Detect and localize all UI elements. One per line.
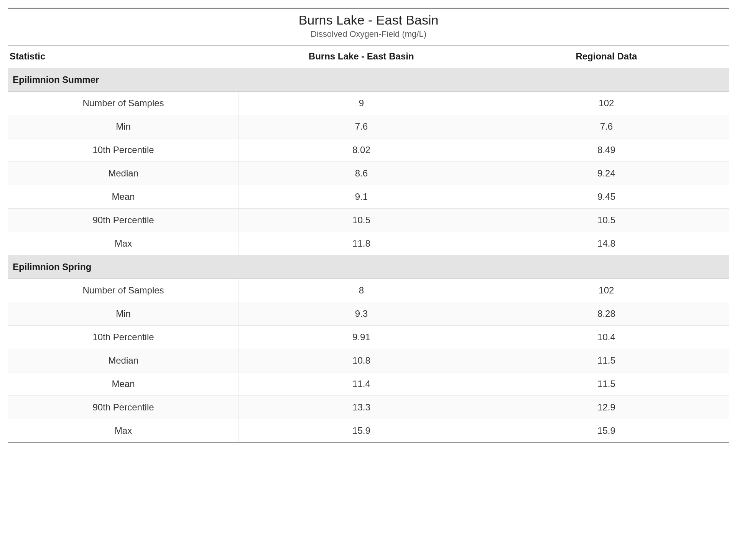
stat-name-cell: Mean [8,185,239,209]
regional-value-cell: 9.24 [484,162,729,185]
section-header-label: Epilimnion Summer [8,68,729,92]
table-row: Median10.811.5 [8,349,729,372]
regional-value-cell: 12.9 [484,396,729,419]
regional-value-cell: 10.5 [484,209,729,232]
table-row: Number of Samples9102 [8,92,729,115]
regional-value-cell: 14.8 [484,232,729,255]
site-value-cell: 9.3 [239,302,484,326]
section-header: Epilimnion Spring [8,255,729,279]
stat-name-cell: Min [8,302,239,326]
table-row: Max15.915.9 [8,419,729,443]
stat-name-cell: Number of Samples [8,279,239,302]
regional-value-cell: 8.28 [484,302,729,326]
table-row: 90th Percentile13.312.9 [8,396,729,419]
regional-value-cell: 102 [484,92,729,115]
column-header-row: Statistic Burns Lake - East Basin Region… [8,46,729,68]
stat-name-cell: Max [8,419,239,443]
table-row: Max11.814.8 [8,232,729,255]
regional-value-cell: 10.4 [484,326,729,349]
section-header: Epilimnion Summer [8,68,729,92]
stats-table: Statistic Burns Lake - East Basin Region… [8,46,729,443]
site-value-cell: 8.6 [239,162,484,185]
site-value-cell: 9.91 [239,326,484,349]
regional-value-cell: 15.9 [484,419,729,443]
stat-name-cell: 10th Percentile [8,138,239,162]
stat-name-cell: Mean [8,372,239,396]
table-row: 90th Percentile10.510.5 [8,209,729,232]
top-rule [8,8,729,9]
site-value-cell: 13.3 [239,396,484,419]
col-header-statistic: Statistic [8,46,239,68]
site-value-cell: 9.1 [239,185,484,209]
stat-name-cell: Max [8,232,239,255]
stat-name-cell: 10th Percentile [8,326,239,349]
site-value-cell: 11.4 [239,372,484,396]
site-value-cell: 11.8 [239,232,484,255]
report-container: Burns Lake - East Basin Dissolved Oxygen… [8,8,729,443]
stat-name-cell: Median [8,349,239,372]
stat-name-cell: 90th Percentile [8,396,239,419]
stat-name-cell: Number of Samples [8,92,239,115]
table-row: Median8.69.24 [8,162,729,185]
site-value-cell: 10.8 [239,349,484,372]
site-value-cell: 15.9 [239,419,484,443]
table-row: Number of Samples8102 [8,279,729,302]
table-row: 10th Percentile8.028.49 [8,138,729,162]
col-header-site: Burns Lake - East Basin [239,46,484,68]
table-row: Min7.67.6 [8,115,729,138]
site-value-cell: 10.5 [239,209,484,232]
regional-value-cell: 8.49 [484,138,729,162]
table-body: Epilimnion SummerNumber of Samples9102Mi… [8,68,729,443]
table-row: Mean11.411.5 [8,372,729,396]
site-value-cell: 9 [239,92,484,115]
site-value-cell: 8.02 [239,138,484,162]
site-value-cell: 7.6 [239,115,484,138]
table-row: Mean9.19.45 [8,185,729,209]
stat-name-cell: Min [8,115,239,138]
table-row: Min9.38.28 [8,302,729,326]
stat-name-cell: 90th Percentile [8,209,239,232]
regional-value-cell: 7.6 [484,115,729,138]
stat-name-cell: Median [8,162,239,185]
page-title: Burns Lake - East Basin [8,13,729,28]
table-row: 10th Percentile9.9110.4 [8,326,729,349]
regional-value-cell: 11.5 [484,372,729,396]
regional-value-cell: 9.45 [484,185,729,209]
regional-value-cell: 11.5 [484,349,729,372]
section-header-label: Epilimnion Spring [8,255,729,279]
site-value-cell: 8 [239,279,484,302]
col-header-regional: Regional Data [484,46,729,68]
regional-value-cell: 102 [484,279,729,302]
page-subtitle: Dissolved Oxygen-Field (mg/L) [8,29,729,39]
